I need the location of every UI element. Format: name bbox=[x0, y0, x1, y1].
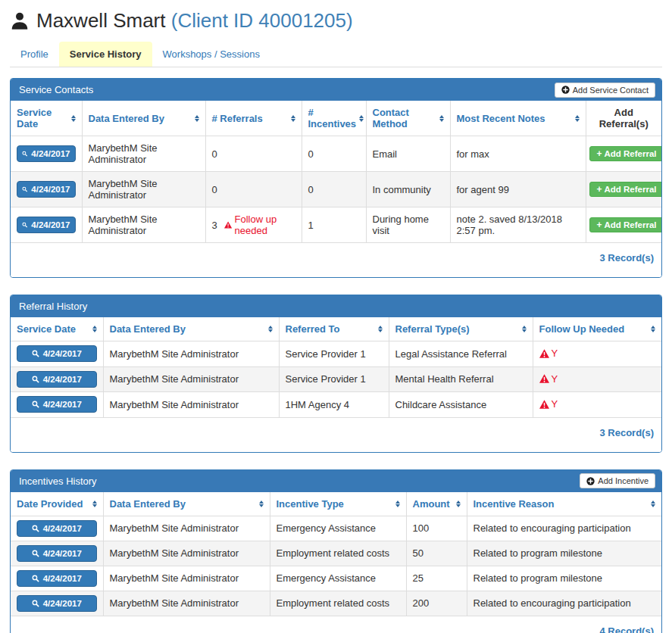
column-header-data-entered-by[interactable]: Data Entered By bbox=[103, 317, 279, 341]
client-id: (Client ID 40001205) bbox=[171, 9, 353, 32]
amount-cell: 25 bbox=[406, 566, 467, 591]
follow-up-cell: Y bbox=[533, 341, 661, 367]
incentive-reason-cell: Related to encouraging participation bbox=[467, 516, 661, 541]
add-incentive-button[interactable]: Add Incentive bbox=[580, 473, 655, 488]
notes-cell: note 2. saved 8/13/2018 2:57 pm. bbox=[450, 207, 586, 243]
add-referral-button[interactable]: +Add Referral bbox=[589, 182, 662, 197]
table-row: 4/24/2017 MarybethM Site Administrator E… bbox=[11, 591, 661, 616]
view-incentive-button[interactable]: 4/24/2017 bbox=[17, 595, 97, 612]
record-count: 3 Record(s) bbox=[11, 418, 661, 452]
column-header-data-entered-by[interactable]: Data Entered By bbox=[103, 492, 270, 516]
view-referral-button[interactable]: 4/24/2017 bbox=[17, 345, 97, 362]
view-referral-button[interactable]: 4/24/2017 bbox=[17, 371, 97, 388]
contact-method-cell: Email bbox=[366, 136, 450, 172]
view-service-contact-button[interactable]: 4/24/2017 bbox=[17, 181, 76, 198]
sort-icon bbox=[195, 115, 199, 122]
incentives-cell: 1 bbox=[302, 207, 366, 243]
plus-icon: + bbox=[597, 186, 602, 194]
entered-by-cell: MarybethM Site Administrator bbox=[103, 392, 279, 418]
add-service-contact-label: Add Service Contact bbox=[573, 85, 649, 95]
referrals-cell: 3 Follow up needed bbox=[205, 207, 302, 243]
column-header-referral-type[interactable]: Referral Type(s) bbox=[389, 317, 533, 341]
sort-icon bbox=[575, 115, 580, 122]
magnifier-icon bbox=[32, 525, 39, 532]
entered-by-cell: MarybethM Site Administrator bbox=[82, 207, 205, 243]
tab-workshops-sessions[interactable]: Workshops / Sessions bbox=[152, 42, 270, 67]
tab-service-history[interactable]: Service History bbox=[59, 42, 152, 67]
referred-to-cell: Service Provider 1 bbox=[279, 341, 389, 367]
column-header-incentives[interactable]: # Incentives bbox=[302, 101, 366, 136]
warning-icon bbox=[539, 400, 549, 409]
service-contacts-table: Service Date Data Entered By # Referrals… bbox=[11, 101, 661, 243]
column-header-contact-method[interactable]: Contact Method bbox=[366, 101, 450, 136]
view-incentive-button[interactable]: 4/24/2017 bbox=[17, 520, 97, 537]
table-row: 4/24/2017 MarybethM Site Administrator 0… bbox=[11, 172, 661, 207]
column-header-date-provided[interactable]: Date Provided bbox=[11, 492, 103, 516]
panel-title: Incentives History bbox=[17, 476, 97, 487]
table-row: 4/24/2017 MarybethM Site Administrator E… bbox=[11, 541, 661, 566]
incentives-history-heading: Incentives History Add Incentive bbox=[11, 470, 661, 492]
magnifier-icon bbox=[22, 150, 27, 157]
view-service-contact-button[interactable]: 4/24/2017 bbox=[17, 217, 76, 233]
add-service-contact-button[interactable]: Add Service Contact bbox=[555, 83, 655, 98]
notes-cell: for agent 99 bbox=[450, 172, 586, 207]
incentives-cell: 0 bbox=[302, 136, 366, 172]
entered-by-cell: MarybethM Site Administrator bbox=[103, 341, 279, 367]
entered-by-cell: MarybethM Site Administrator bbox=[103, 541, 270, 566]
sort-icon bbox=[439, 115, 444, 122]
incentives-history-table: Date Provided Data Entered By Incentive … bbox=[11, 492, 661, 616]
warning-icon bbox=[224, 220, 232, 229]
magnifier-icon bbox=[32, 350, 39, 357]
referred-to-cell: 1HM Agency 4 bbox=[279, 392, 389, 418]
magnifier-icon bbox=[32, 401, 39, 408]
header-row: Date Provided Data Entered By Incentive … bbox=[11, 492, 661, 516]
column-header-follow-up-needed[interactable]: Follow Up Needed bbox=[533, 317, 661, 341]
table-row: 4/24/2017 MarybethM Site Administrator S… bbox=[11, 366, 661, 392]
column-header-referred-to[interactable]: Referred To bbox=[279, 317, 389, 341]
referrals-cell: 0 bbox=[205, 136, 302, 172]
incentive-reason-cell: Related to program milestone bbox=[467, 566, 661, 591]
incentives-cell: 0 bbox=[302, 172, 366, 207]
view-incentive-button[interactable]: 4/24/2017 bbox=[17, 570, 97, 587]
entered-by-cell: MarybethM Site Administrator bbox=[103, 591, 270, 616]
record-count: 3 Record(s) bbox=[11, 243, 661, 277]
column-header-amount[interactable]: Amount bbox=[406, 492, 467, 516]
referrals-cell: 0 bbox=[205, 172, 302, 207]
tab-profile[interactable]: Profile bbox=[10, 42, 59, 67]
table-row: 4/24/2017 MarybethM Site Administrator 1… bbox=[11, 392, 661, 418]
service-contacts-panel: Service Contacts Add Service Contact Ser… bbox=[10, 78, 662, 278]
service-contacts-heading: Service Contacts Add Service Contact bbox=[11, 79, 661, 101]
notes-cell: for max bbox=[450, 136, 586, 172]
client-header: Maxwell Smart (Client ID 40001205) bbox=[10, 9, 662, 33]
magnifier-icon bbox=[32, 550, 39, 557]
column-header-most-recent-notes[interactable]: Most Recent Notes bbox=[450, 101, 586, 136]
column-header-service-date[interactable]: Service Date bbox=[11, 317, 103, 341]
magnifier-icon bbox=[32, 376, 39, 383]
sort-icon bbox=[359, 115, 364, 122]
column-header-incentive-reason[interactable]: Incentive Reason bbox=[467, 492, 661, 516]
sort-icon bbox=[291, 115, 295, 122]
column-header-service-date[interactable]: Service Date bbox=[11, 101, 82, 136]
incentive-reason-cell: Related to encouraging participation bbox=[467, 591, 661, 616]
column-header-referrals[interactable]: # Referrals bbox=[205, 101, 302, 136]
entered-by-cell: MarybethM Site Administrator bbox=[82, 172, 205, 207]
add-referral-button[interactable]: +Add Referral bbox=[589, 146, 662, 161]
add-referral-button[interactable]: +Add Referral bbox=[589, 217, 662, 232]
column-header-data-entered-by[interactable]: Data Entered By bbox=[82, 101, 205, 136]
incentive-type-cell: Emergency Assistance bbox=[270, 566, 406, 591]
column-header-add-referrals: Add Referral(s) bbox=[586, 101, 661, 136]
magnifier-icon bbox=[22, 221, 27, 229]
entered-by-cell: MarybethM Site Administrator bbox=[103, 366, 279, 392]
amount-cell: 100 bbox=[406, 516, 467, 541]
plus-circle-icon bbox=[586, 477, 595, 485]
amount-cell: 50 bbox=[406, 541, 467, 566]
magnifier-icon bbox=[32, 575, 39, 582]
view-service-contact-button[interactable]: 4/24/2017 bbox=[17, 145, 76, 162]
panel-title: Service Contacts bbox=[17, 84, 93, 95]
view-referral-button[interactable]: 4/24/2017 bbox=[17, 396, 97, 413]
referral-history-table: Service Date Data Entered By Referred To… bbox=[11, 317, 661, 418]
column-header-incentive-type[interactable]: Incentive Type bbox=[270, 492, 406, 516]
referral-history-heading: Referral History bbox=[11, 295, 661, 317]
referral-history-panel: Referral History Service Date Data Enter… bbox=[10, 295, 662, 453]
view-incentive-button[interactable]: 4/24/2017 bbox=[17, 545, 97, 562]
